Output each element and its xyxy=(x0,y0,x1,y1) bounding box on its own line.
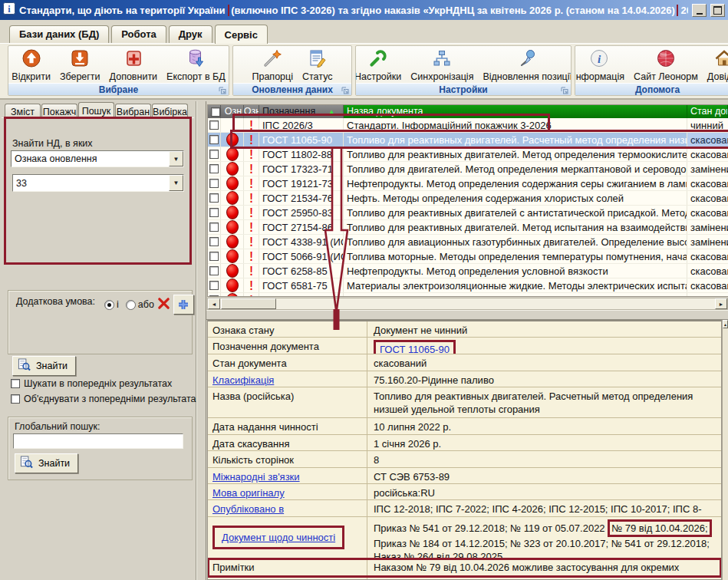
sync-icon xyxy=(432,48,452,71)
sidebar-tab-1[interactable]: Зміст xyxy=(5,104,41,119)
sidebar-tab-5[interactable]: Вибірка xyxy=(152,104,188,119)
status-doc-button[interactable]: Статус xyxy=(298,48,337,83)
table-row[interactable]: !ГОСТ 11802-88Топливо для реактивных дви… xyxy=(208,147,728,162)
document-designation-link[interactable]: ГОСТ 11065-90 xyxy=(380,344,450,354)
sidebar-splitter[interactable] xyxy=(196,101,206,580)
table-horizontal-scrollbar[interactable]: ◄ ► xyxy=(207,298,728,310)
find-button[interactable]: Знайти xyxy=(12,356,76,376)
dialog-launcher-icon[interactable] xyxy=(561,86,568,94)
table-row[interactable]: !ГОСТ 25950-83Топливо для реактивных дви… xyxy=(208,206,728,220)
sidebar-tab-4[interactable]: Вибран xyxy=(115,104,151,119)
sidebar-tab-2[interactable]: Покажч xyxy=(41,104,77,119)
detail-label-link[interactable]: Класифікація xyxy=(212,374,274,386)
header-state[interactable]: Стан документа xyxy=(687,105,728,118)
table-row[interactable]: !ГОСТ 6581-75Материалы электроизоляционн… xyxy=(208,278,728,293)
table-row[interactable]: !ГОСТ 17323-71Топливо для двигателей. Ме… xyxy=(208,162,728,176)
radio-and[interactable] xyxy=(104,300,114,310)
red-circle-icon xyxy=(226,176,239,190)
global-find-button[interactable]: Знайти xyxy=(15,453,78,473)
detail-value: 75.160.20-Рідинне паливо xyxy=(374,374,494,386)
details-vertical-scrollbar[interactable]: ▲ xyxy=(722,320,728,580)
header-ozn1[interactable]: Озн xyxy=(221,105,244,118)
scroll-up-button[interactable]: ▲ xyxy=(723,320,728,328)
row-update-marker-cell xyxy=(221,206,244,219)
detail-label-link[interactable]: Опубліковано в xyxy=(212,503,284,515)
detail-label-link[interactable]: Мова оригіналу xyxy=(212,487,285,499)
merge-previous-checkbox[interactable] xyxy=(11,394,20,404)
table-details-splitter[interactable] xyxy=(206,310,728,320)
search-field-select[interactable]: Ознака оновлення ▼ xyxy=(11,150,184,167)
save-button[interactable]: Зберегти xyxy=(56,48,104,83)
info-button[interactable]: iІнформація xyxy=(575,48,628,83)
row-checkbox[interactable] xyxy=(209,222,219,232)
sidebar-tab-3[interactable]: Пошук xyxy=(78,102,114,119)
minimize-button[interactable] xyxy=(692,4,707,17)
detail-label-link[interactable]: Документ щодо чинності xyxy=(222,532,335,543)
maximize-icon xyxy=(713,6,722,15)
chevron-down-icon[interactable]: ▼ xyxy=(169,151,183,166)
documents-table: ОзнОзнПозначення▲Назва документаСтан док… xyxy=(207,104,728,297)
search-value-select[interactable]: 33 ▼ xyxy=(12,174,184,192)
status-doc-icon xyxy=(308,48,328,71)
row-checkbox[interactable] xyxy=(209,252,219,261)
row-checkbox[interactable] xyxy=(209,120,219,130)
detail-value-cell xyxy=(367,577,721,580)
row-checkbox-cell xyxy=(208,162,221,176)
wrench-button[interactable]: Настройки xyxy=(355,48,405,83)
row-checkbox[interactable] xyxy=(209,208,219,217)
magic-wand-button[interactable]: Прапорці xyxy=(248,48,297,83)
table-row[interactable]: !ГОСТ 27154-86Топливо для реактивных дви… xyxy=(208,220,728,235)
chevron-down-icon[interactable]: ▼ xyxy=(169,175,183,191)
table-row[interactable]: !ГОСТ 5066-91 (ИСТоплива моторные. Метод… xyxy=(208,249,728,264)
search-previous-checkbox[interactable] xyxy=(11,379,20,388)
remove-condition-button[interactable] xyxy=(156,296,171,313)
row-checkbox[interactable] xyxy=(209,164,219,173)
append-button[interactable]: Доповнити xyxy=(106,48,162,83)
table-row[interactable]: !ГОСТ 6994-74Нефтепродукты светлые. Мето… xyxy=(208,293,728,297)
open-button[interactable]: Відкрити xyxy=(8,48,54,83)
radio-or[interactable] xyxy=(126,300,136,310)
header-ozn2[interactable]: Озн xyxy=(244,105,259,118)
table-row[interactable]: !ІПС 2026/3Стандарти. Інформаційний пока… xyxy=(208,118,728,133)
add-condition-button[interactable] xyxy=(173,295,194,315)
row-checkbox[interactable] xyxy=(209,295,219,297)
table-row[interactable]: !ГОСТ 4338-91 (ИСТопливо для авиационных… xyxy=(208,235,728,249)
scroll-left-button[interactable]: ◄ xyxy=(208,298,220,309)
pushpin-button[interactable]: Відновлення позиції xyxy=(479,48,572,83)
scroll-right-button[interactable]: ► xyxy=(715,298,727,309)
row-checkbox[interactable] xyxy=(209,193,219,203)
row-update-marker-cell xyxy=(221,176,244,190)
scrollbar-thumb[interactable] xyxy=(221,298,276,309)
row-checkbox[interactable] xyxy=(209,135,219,144)
dialog-launcher-icon[interactable] xyxy=(219,86,226,94)
header-name[interactable]: Назва документа xyxy=(344,105,687,118)
maximize-button[interactable] xyxy=(710,4,725,17)
ribbon-tab-3[interactable]: Друк xyxy=(169,25,212,43)
ribbon-tab-2[interactable]: Робота xyxy=(111,25,166,43)
global-search-input[interactable] xyxy=(13,433,183,449)
row-checkbox[interactable] xyxy=(209,281,219,290)
globe-button[interactable]: Сайт Леонорм xyxy=(630,48,702,83)
table-row[interactable]: !ГОСТ 11065-90Топливо для реактивных дви… xyxy=(208,133,728,147)
export-db-button[interactable]: Експорт в БД xyxy=(163,48,229,83)
toolbar-group-caption-label: Допомога xyxy=(635,84,680,95)
row-name: Топливо для реактивных двигателей. Метод… xyxy=(344,220,687,234)
row-state: замінений xyxy=(687,220,728,234)
ribbon-tab-1[interactable]: Бази даних (БД) xyxy=(9,25,109,43)
table-row[interactable]: !ГОСТ 21534-76Нефть. Методы определения … xyxy=(208,191,728,206)
sync-button[interactable]: Синхронізація xyxy=(407,48,477,83)
table-row[interactable]: !ГОСТ 19121-73Нефтепродукты. Метод опред… xyxy=(208,176,728,191)
detail-label-cell: Мова оригіналу xyxy=(208,484,367,499)
header-designation[interactable]: Позначення▲ xyxy=(259,105,344,118)
row-checkbox[interactable] xyxy=(209,266,219,275)
row-checkbox[interactable] xyxy=(209,237,219,246)
header-checkbox[interactable] xyxy=(211,107,220,117)
home-button[interactable]: Довідка xyxy=(703,48,728,83)
row-checkbox[interactable] xyxy=(209,179,219,188)
row-checkbox[interactable] xyxy=(209,150,219,159)
dialog-launcher-icon[interactable] xyxy=(341,86,349,94)
table-header: ОзнОзнПозначення▲Назва документаСтан док… xyxy=(208,105,728,118)
table-row[interactable]: !ГОСТ 6258-85Нефтепродукты. Метод опреде… xyxy=(208,264,728,278)
ribbon-tab-4[interactable]: Сервіс xyxy=(215,25,268,44)
detail-label-link[interactable]: Міжнародні зв'язки xyxy=(212,471,300,483)
